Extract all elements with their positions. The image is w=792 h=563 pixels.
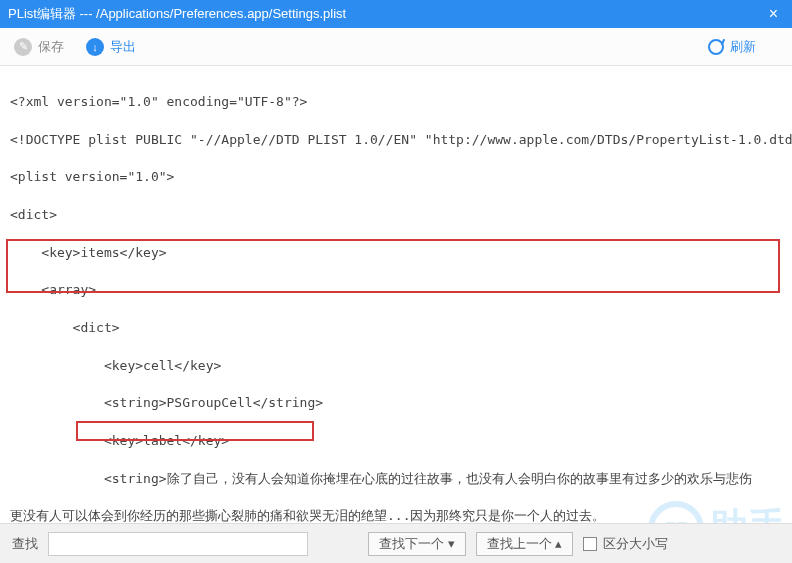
refresh-button[interactable]: 刷新 (708, 38, 756, 56)
save-icon: ✎ (14, 38, 32, 56)
checkbox-icon (583, 537, 597, 551)
code-line: <dict> (10, 206, 782, 225)
refresh-label: 刷新 (730, 38, 756, 56)
find-bar: 查找 查找下一个 ▾ 查找上一个 ▴ 区分大小写 (0, 523, 792, 563)
find-label: 查找 (12, 535, 38, 553)
save-label: 保存 (38, 38, 64, 56)
code-line: <?xml version="1.0" encoding="UTF-8"?> (10, 93, 782, 112)
find-input[interactable] (48, 532, 308, 556)
code-line: <!DOCTYPE plist PUBLIC "-//Apple//DTD PL… (10, 131, 782, 150)
chevron-up-icon: ▴ (555, 536, 562, 551)
code-line: <key>cell</key> (10, 357, 782, 376)
export-label: 导出 (110, 38, 136, 56)
find-next-button[interactable]: 查找下一个 ▾ (368, 532, 466, 556)
code-line: <dict> (10, 319, 782, 338)
code-line: <plist version="1.0"> (10, 168, 782, 187)
export-button[interactable]: ↓ 导出 (86, 38, 136, 56)
code-line: <string>PSGroupCell</string> (10, 394, 782, 413)
code-line: 更没有人可以体会到你经历的那些撕心裂肺的痛和欲哭无泪的绝望...因为那终究只是你… (10, 507, 782, 522)
close-icon[interactable]: × (763, 5, 784, 23)
case-sensitive-checkbox[interactable]: 区分大小写 (583, 535, 668, 553)
find-prev-button[interactable]: 查找上一个 ▴ (476, 532, 574, 556)
chevron-down-icon: ▾ (448, 536, 455, 551)
code-line: <array> (10, 281, 782, 300)
toolbar: ✎ 保存 ↓ 导出 刷新 (0, 28, 792, 66)
case-label: 区分大小写 (603, 535, 668, 553)
title-bar: PList编辑器 --- /Applications/Preferences.a… (0, 0, 792, 28)
refresh-icon (708, 39, 724, 55)
export-icon: ↓ (86, 38, 104, 56)
code-editor[interactable]: <?xml version="1.0" encoding="UTF-8"?> <… (0, 66, 792, 522)
code-line: <key>items</key> (10, 244, 782, 263)
save-button[interactable]: ✎ 保存 (14, 38, 64, 56)
code-line: <key>label</key> (10, 432, 782, 451)
code-line: <string>除了自己，没有人会知道你掩埋在心底的过往故事，也没有人会明白你的… (10, 470, 782, 489)
window-title: PList编辑器 --- /Applications/Preferences.a… (8, 5, 763, 23)
